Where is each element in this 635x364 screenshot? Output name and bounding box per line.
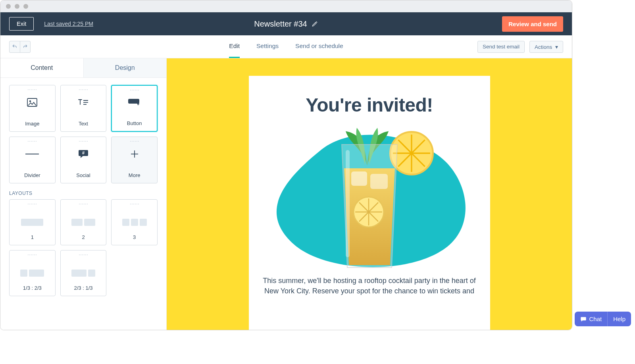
tab-edit[interactable]: Edit [229, 35, 240, 58]
chevron-down-icon: ▾ [555, 44, 558, 50]
zoom-dot[interactable] [23, 4, 28, 9]
svg-rect-15 [351, 171, 367, 186]
block-label: Social [76, 172, 90, 178]
chat-icon [580, 316, 587, 322]
help-button[interactable]: Help [607, 312, 631, 326]
text-icon [78, 96, 89, 109]
svg-rect-22 [346, 150, 350, 257]
layout-2-3---1-3[interactable]: 2/3 : 1/3 [60, 250, 107, 296]
email-body-text: This summer, we'll be hosting a rooftop … [258, 275, 481, 296]
actions-menu-label: Actions [535, 44, 552, 50]
send-test-email-button[interactable]: Send test email [477, 41, 525, 53]
svg-rect-5 [128, 99, 139, 104]
block-label: More [129, 172, 140, 178]
actions-menu-button[interactable]: Actions ▾ [529, 41, 563, 53]
button-icon [128, 96, 141, 110]
edit-title-icon[interactable] [312, 21, 318, 27]
app-header: Exit Last saved 2:25 PM Newsletter #34 R… [0, 12, 572, 35]
sidebar: Content Design ImageTextButtonDivider#So… [0, 58, 167, 330]
block-plus[interactable]: More [111, 137, 158, 183]
layouts-section-label: LAYOUTS [9, 191, 158, 196]
undo-redo-group [9, 41, 31, 53]
close-dot[interactable] [6, 4, 11, 9]
editor-tabs: Edit Settings Send or schedule Send test… [0, 35, 572, 58]
layout-preview [71, 219, 95, 226]
layout-label: 2 [82, 234, 85, 240]
layout-label: 3 [133, 234, 136, 240]
email-hero-image[interactable] [266, 125, 473, 272]
layout-preview [21, 219, 43, 226]
cocktail-glass-icon [330, 141, 409, 272]
block-text[interactable]: Text [60, 85, 107, 132]
social-icon: # [78, 147, 89, 161]
document-title: Newsletter #34 [254, 19, 307, 29]
plus-icon [130, 147, 139, 161]
help-label: Help [613, 316, 625, 322]
sidebar-tab-content[interactable]: Content [0, 58, 83, 77]
svg-rect-16 [370, 174, 388, 189]
tab-send-schedule[interactable]: Send or schedule [295, 35, 343, 58]
exit-button[interactable]: Exit [9, 17, 34, 31]
layout-preview [71, 270, 95, 277]
chat-label: Chat [589, 316, 602, 322]
svg-text:#: # [82, 150, 85, 155]
block-label: Button [127, 120, 142, 126]
app-window: Exit Last saved 2:25 PM Newsletter #34 R… [0, 0, 572, 330]
sidebar-tab-design[interactable]: Design [83, 58, 167, 77]
chat-button[interactable]: Chat [575, 312, 607, 326]
email-body-container[interactable]: You're invited! [249, 76, 490, 330]
layout-label: 1/3 : 2/3 [23, 285, 42, 291]
minimize-dot[interactable] [15, 4, 19, 9]
block-label: Text [79, 121, 88, 127]
last-saved[interactable]: Last saved 2:25 PM [44, 21, 93, 27]
layout-label: 1 [31, 234, 34, 240]
svg-point-1 [29, 100, 31, 102]
block-label: Image [25, 121, 39, 127]
image-icon [27, 96, 37, 109]
email-hero-title: You're invited! [258, 94, 481, 116]
layout-1[interactable]: 1 [9, 199, 56, 245]
window-controls [6, 4, 28, 9]
help-widget: Chat Help [575, 312, 631, 326]
tab-settings[interactable]: Settings [256, 35, 279, 58]
block-social[interactable]: #Social [60, 137, 107, 183]
layout-preview [122, 219, 147, 226]
block-divider[interactable]: Divider [9, 137, 56, 183]
layout-3[interactable]: 3 [111, 199, 158, 245]
divider-icon [25, 147, 39, 161]
block-label: Divider [24, 172, 40, 178]
review-send-button[interactable]: Review and send [502, 16, 563, 32]
email-canvas[interactable]: You're invited! [167, 58, 572, 330]
block-image[interactable]: Image [9, 85, 56, 132]
layout-1-3---2-3[interactable]: 1/3 : 2/3 [9, 250, 56, 296]
layout-2[interactable]: 2 [60, 199, 107, 245]
redo-button[interactable] [20, 41, 30, 52]
layout-label: 2/3 : 1/3 [74, 285, 93, 291]
block-button[interactable]: Button [111, 85, 158, 132]
window-titlebar [0, 0, 572, 12]
layout-preview [20, 270, 44, 277]
undo-button[interactable] [10, 41, 20, 52]
